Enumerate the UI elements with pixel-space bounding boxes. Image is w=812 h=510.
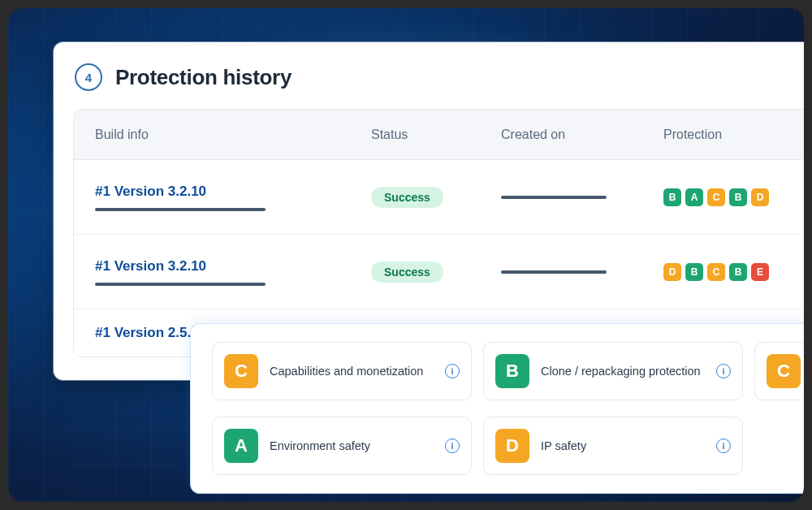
- protection-detail-panel: CCapabilities and monetizationiBClone / …: [190, 323, 804, 494]
- protection-detail-card[interactable]: BClone / repackaging protectioni: [483, 342, 743, 400]
- status-badge: Success: [371, 261, 443, 283]
- grade-badge: D: [751, 188, 769, 206]
- detail-label: IP safety: [541, 439, 705, 452]
- detail-label: Clone / repackaging protection: [541, 365, 705, 378]
- created-cell: [501, 196, 663, 199]
- detail-label: Environment safety: [270, 439, 434, 452]
- section-header: 4 Protection history: [75, 63, 804, 91]
- step-badge: 4: [75, 63, 102, 91]
- placeholder-line: [501, 270, 607, 274]
- grade-badge-large: B: [495, 354, 529, 388]
- grade-badge: E: [751, 263, 769, 281]
- table-row[interactable]: #1 Version 3.2.10SuccessBACBD: [74, 160, 804, 235]
- protection-detail-card[interactable]: C: [754, 342, 804, 400]
- status-cell: Success: [371, 187, 501, 208]
- grade-badge-large: C: [224, 354, 258, 388]
- grade-badge: B: [729, 263, 747, 281]
- info-icon[interactable]: i: [716, 364, 731, 378]
- grade-badge: B: [729, 188, 747, 206]
- protection-detail-card[interactable]: DIP safetyi: [483, 417, 743, 475]
- info-icon[interactable]: i: [716, 439, 731, 453]
- col-build: Build info: [95, 128, 371, 142]
- placeholder-line: [501, 196, 607, 199]
- grade-badge: A: [685, 188, 703, 206]
- info-icon[interactable]: i: [445, 439, 460, 453]
- col-created: Created on: [501, 128, 663, 142]
- col-protection: Protection: [663, 128, 792, 142]
- grade-badge: D: [663, 263, 681, 281]
- col-status: Status: [371, 128, 501, 142]
- grade-badge: C: [707, 188, 725, 206]
- table-header: Build info Status Created on Protection: [74, 110, 804, 160]
- placeholder-line: [95, 283, 266, 286]
- created-cell: [501, 270, 663, 274]
- build-cell: #1 Version 3.2.10: [95, 184, 371, 211]
- grade-badge: B: [663, 188, 681, 206]
- protection-detail-card[interactable]: CCapabilities and monetizationi: [212, 342, 472, 400]
- protection-detail-card[interactable]: AEnvironment safetyi: [212, 417, 472, 475]
- info-icon[interactable]: i: [445, 364, 460, 378]
- grade-badge-large: D: [495, 429, 529, 463]
- build-title: #1 Version 3.2.10: [95, 258, 371, 274]
- detail-label: Capabilities and monetization: [270, 365, 434, 378]
- build-cell: #1 Version 3.2.10: [95, 258, 371, 286]
- placeholder-line: [95, 208, 266, 211]
- status-cell: Success: [371, 261, 501, 283]
- grade-badge: B: [685, 263, 703, 281]
- status-badge: Success: [371, 187, 443, 208]
- protection-grades: BACBD: [663, 188, 792, 206]
- build-title: #1 Version 3.2.10: [95, 184, 371, 200]
- grade-badge-large: A: [224, 429, 258, 463]
- history-table: Build info Status Created on Protection …: [73, 109, 804, 357]
- table-row[interactable]: #1 Version 3.2.10SuccessDBCBE: [74, 235, 804, 309]
- app-frame: 4 Protection history Build info Status C…: [8, 8, 804, 502]
- section-title: Protection history: [115, 65, 292, 90]
- protection-grades: DBCBE: [663, 263, 792, 281]
- grade-badge-large: C: [767, 354, 801, 388]
- grade-badge: C: [707, 263, 725, 281]
